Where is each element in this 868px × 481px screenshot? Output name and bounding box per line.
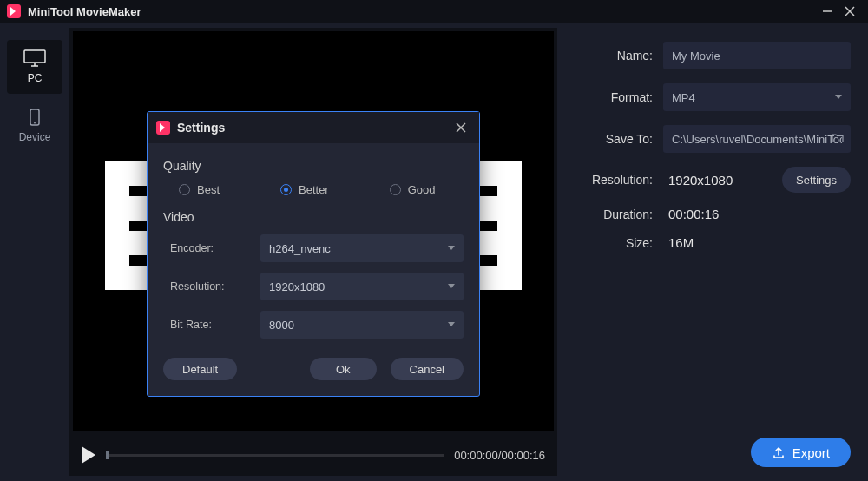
nav-item-device[interactable]: Device [7, 99, 62, 153]
progress-bar[interactable] [106, 454, 444, 457]
radio-label: Best [197, 183, 220, 196]
radio-icon [179, 184, 190, 195]
minimize-icon [822, 6, 832, 16]
resolution-label: Resolution: [569, 173, 653, 187]
svg-rect-12 [105, 161, 129, 290]
upload-icon [772, 445, 786, 459]
minimize-button[interactable] [816, 0, 838, 23]
resolution-settings-button[interactable]: Settings [782, 167, 851, 193]
settings-modal: Settings Quality Best [147, 111, 480, 397]
video-section-title: Video [163, 210, 464, 224]
default-button[interactable]: Default [163, 358, 237, 380]
cancel-button[interactable]: Cancel [391, 358, 464, 380]
radio-icon [390, 184, 401, 195]
saveto-input[interactable]: C:\Users\ruvel\Documents\MiniTool MovieM… [663, 125, 851, 153]
progress-handle[interactable] [106, 451, 108, 459]
radio-icon [280, 184, 292, 195]
svg-rect-17 [497, 161, 522, 290]
close-icon [456, 122, 466, 133]
bitrate-label: Bit Rate: [170, 319, 260, 331]
export-panel: Name: My Movie Format: MP4 Save To: C:\U… [561, 23, 868, 481]
svg-rect-3 [24, 50, 45, 63]
name-input[interactable]: My Movie [663, 42, 851, 69]
phone-icon [23, 109, 46, 126]
radio-label: Good [408, 183, 436, 196]
nav-item-label: Device [19, 131, 51, 143]
saveto-label: Save To: [569, 132, 653, 146]
encoder-label: Encoder: [170, 242, 260, 254]
app-logo-icon [7, 4, 21, 18]
preview-area: 00:00:00/00:00:16 Settings Quality [69, 28, 557, 476]
time-display: 00:00:00/00:00:16 [454, 449, 545, 462]
duration-label: Duration: [569, 208, 653, 221]
name-label: Name: [569, 49, 653, 63]
modal-resolution-select[interactable]: 1920x1080 [260, 273, 464, 300]
export-button[interactable]: Export [751, 438, 851, 467]
format-select[interactable]: MP4 [663, 83, 851, 111]
folder-icon[interactable] [832, 132, 844, 147]
quality-radio-best[interactable]: Best [179, 183, 220, 196]
svg-point-7 [34, 122, 36, 124]
monitor-icon [23, 49, 46, 67]
nav-item-pc[interactable]: PC [7, 40, 62, 94]
modal-logo-icon [156, 121, 170, 135]
close-window-button[interactable] [838, 0, 861, 23]
quality-radio-good[interactable]: Good [390, 183, 436, 196]
quality-radio-better[interactable]: Better [280, 183, 329, 196]
nav-item-label: PC [28, 72, 43, 84]
format-label: Format: [569, 90, 653, 104]
radio-label: Better [299, 183, 329, 196]
resolution-value: 1920x1080 [663, 173, 772, 188]
quality-section-title: Quality [163, 159, 464, 173]
size-label: Size: [569, 236, 653, 250]
player-controls: 00:00:00/00:00:16 [69, 434, 557, 476]
modal-title: Settings [177, 121, 225, 135]
play-button[interactable] [82, 446, 95, 464]
bitrate-select[interactable]: 8000 [260, 311, 464, 339]
encoder-select[interactable]: h264_nvenc [260, 234, 464, 262]
ok-button[interactable]: Ok [310, 358, 377, 380]
modal-header: Settings [148, 112, 479, 143]
size-value: 16M [663, 235, 851, 250]
left-nav: PC Device [0, 23, 69, 481]
modal-close-button[interactable] [451, 118, 470, 137]
modal-resolution-label: Resolution: [170, 280, 260, 293]
app-title: MiniTool MovieMaker [28, 5, 141, 18]
titlebar: MiniTool MovieMaker [0, 0, 868, 23]
close-icon [845, 6, 855, 16]
duration-value: 00:00:16 [663, 207, 851, 221]
